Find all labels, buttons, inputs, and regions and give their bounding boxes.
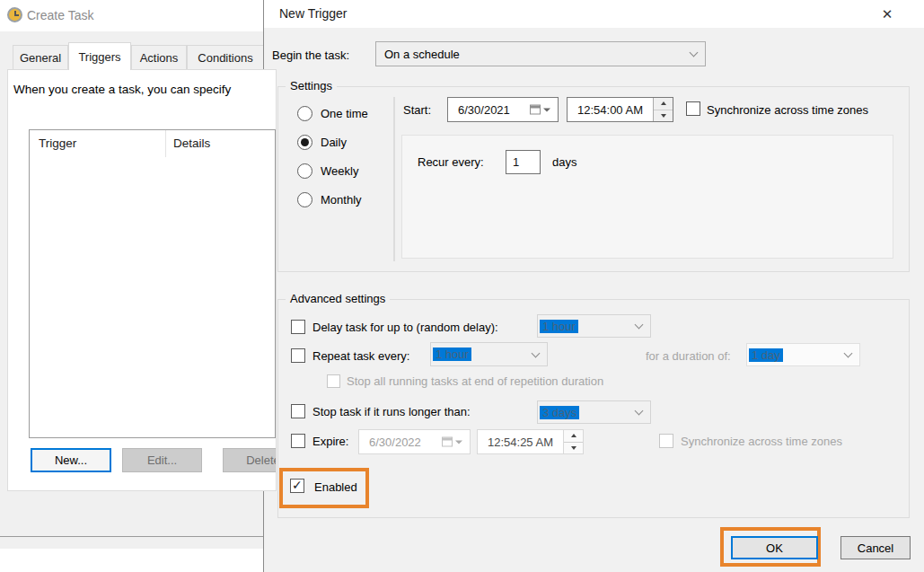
stop-all-tasks-checkbox[interactable] [327, 374, 340, 388]
tab-triggers-label: Triggers [78, 50, 120, 64]
delay-task-checkbox[interactable] [291, 320, 305, 334]
begin-task-dropdown[interactable]: On a schedule [375, 41, 706, 66]
time-spinner-buttons[interactable] [563, 430, 583, 453]
create-task-bottom-divider [0, 536, 263, 537]
new-trigger-title: New Trigger [279, 6, 347, 21]
start-label: Start: [403, 103, 431, 117]
radio-daily-label[interactable]: Daily [321, 136, 347, 149]
tab-triggers[interactable]: Triggers [68, 42, 131, 70]
edit-trigger-button[interactable]: Edit... [122, 448, 202, 472]
recur-days-value: 1 [513, 155, 519, 169]
create-task-window-title: Create Task [27, 8, 93, 22]
stop-task-checkbox[interactable] [291, 404, 305, 418]
enabled-label[interactable]: Enabled [314, 480, 357, 494]
for-duration-label: for a duration of: [646, 349, 731, 363]
radio-weekly-label[interactable]: Weekly [321, 164, 358, 178]
sync-timezones-checkbox-2[interactable] [659, 434, 673, 448]
task-scheduler-clock-icon [7, 7, 22, 22]
tab-general[interactable]: General [13, 45, 68, 70]
repeat-interval-dropdown[interactable]: 1 hour [430, 342, 548, 366]
chevron-down-icon [635, 321, 644, 330]
tab-general-label: General [20, 51, 61, 65]
repeat-task-label[interactable]: Repeat task every: [312, 349, 409, 363]
sync-timezones-label-2: Synchronize across time zones [681, 435, 842, 448]
delete-trigger-button[interactable]: Delete [223, 448, 277, 472]
create-task-titlebar: Create Task [0, 0, 263, 31]
close-icon[interactable]: ✕ [876, 4, 899, 25]
chevron-down-icon [690, 48, 699, 57]
recur-unit-label: days [552, 155, 576, 169]
spinner-down-icon[interactable] [564, 442, 583, 454]
screen: Create Task General Triggers Actions Con… [0, 0, 924, 572]
repeat-task-checkbox[interactable] [291, 348, 305, 363]
radio-one-time-label[interactable]: One time [321, 107, 368, 120]
new-trigger-dialog: New Trigger ✕ Begin the task: On a sched… [263, 0, 924, 572]
stop-task-label[interactable]: Stop task if it runs longer than: [312, 405, 471, 418]
spinner-up-icon[interactable] [654, 98, 673, 110]
chevron-down-icon [635, 407, 644, 416]
calendar-icon [442, 437, 462, 447]
ok-button[interactable]: OK [731, 536, 818, 559]
chevron-down-icon [532, 348, 541, 357]
delay-task-label[interactable]: Delay task for up to (random delay): [312, 321, 498, 334]
stop-all-tasks-label: Stop all running tasks at end of repetit… [347, 374, 603, 388]
radio-weekly[interactable] [297, 163, 312, 179]
settings-vertical-divider [393, 97, 395, 261]
duration-value: 1 day [749, 348, 783, 362]
begin-task-label: Begin the task: [272, 48, 349, 62]
chevron-down-icon [844, 349, 853, 358]
delay-duration-dropdown[interactable]: 1 hour [537, 314, 651, 338]
repeat-interval-value: 1 hour [433, 348, 471, 361]
start-time-spinner[interactable]: 12:54:00 AM [567, 97, 673, 122]
expire-checkbox[interactable] [291, 434, 305, 448]
daily-options-panel: Recur every: 1 days [401, 135, 893, 259]
tab-conditions[interactable]: Conditions [187, 45, 264, 70]
begin-task-value: On a schedule [384, 48, 460, 61]
spinner-up-icon[interactable] [564, 430, 583, 442]
radio-daily[interactable] [297, 135, 312, 150]
spinner-down-icon[interactable] [654, 110, 673, 122]
start-date-value: 6/30/2021 [448, 103, 510, 117]
new-trigger-button[interactable]: New... [31, 448, 111, 472]
stop-task-duration-value: 3 days [540, 406, 579, 419]
recur-days-input[interactable]: 1 [506, 150, 541, 174]
expire-label[interactable]: Expire: [312, 435, 348, 448]
triggers-tab-panel: When you create a task, you can specify … [7, 69, 277, 491]
recur-every-label: Recur every: [418, 155, 484, 169]
delay-duration-value: 1 hour [540, 320, 578, 333]
new-trigger-titlebar: New Trigger ✕ [264, 0, 924, 28]
calendar-icon[interactable] [530, 105, 550, 115]
triggers-table-header-trigger: Trigger [39, 136, 76, 150]
tab-actions-label: Actions [140, 51, 179, 65]
expire-date-value: 6/30/2022 [359, 436, 421, 449]
check-icon: ✓ [292, 478, 303, 492]
advanced-settings-label: Advanced settings [286, 292, 390, 305]
radio-monthly[interactable] [297, 192, 312, 207]
sync-timezones-label[interactable]: Synchronize across time zones [707, 103, 868, 117]
cancel-button[interactable]: Cancel [840, 536, 911, 559]
settings-group-label: Settings [286, 79, 337, 92]
duration-dropdown[interactable]: 1 day [746, 343, 860, 366]
start-time-value: 12:54:00 AM [568, 103, 643, 117]
tab-conditions-label: Conditions [198, 51, 252, 65]
tab-actions[interactable]: Actions [131, 45, 187, 70]
triggers-table[interactable]: Trigger Details [29, 129, 276, 438]
time-spinner-buttons[interactable] [653, 98, 673, 121]
expire-time-spinner[interactable]: 12:54:25 AM [477, 429, 584, 454]
triggers-table-column-divider [165, 130, 166, 157]
stop-task-duration-dropdown[interactable]: 3 days [537, 400, 651, 424]
expire-date-picker[interactable]: 6/30/2022 [358, 429, 471, 454]
start-date-picker[interactable]: 6/30/2021 [447, 97, 559, 122]
expire-time-value: 12:54:25 AM [478, 436, 553, 449]
triggers-table-header-details: Details [173, 136, 210, 150]
enabled-checkbox[interactable]: ✓ [290, 479, 304, 493]
radio-one-time[interactable] [297, 106, 312, 121]
sync-timezones-checkbox[interactable] [686, 101, 700, 116]
create-task-window: Create Task General Triggers Actions Con… [0, 0, 263, 549]
radio-monthly-label[interactable]: Monthly [321, 193, 362, 207]
triggers-description: When you create a task, you can specify [13, 83, 231, 96]
